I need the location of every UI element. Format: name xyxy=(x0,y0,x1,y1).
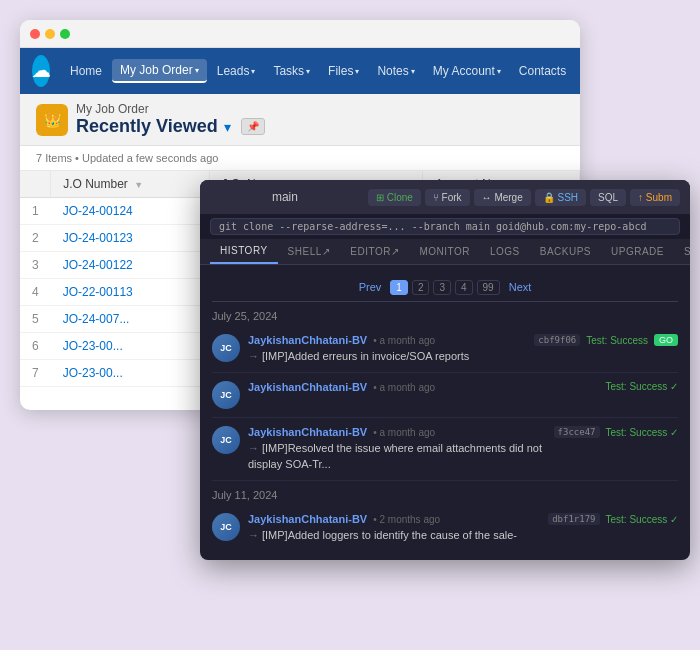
git-window: main ⊞ Clone ⑂ Fork ↔ Merge 🔒 SSH SQL ↑ … xyxy=(200,180,690,560)
minimize-dot[interactable] xyxy=(45,29,55,39)
row-num: 2 xyxy=(20,225,51,252)
arrow-icon: → xyxy=(248,442,259,454)
breadcrumb: 👑 My Job Order Recently Viewed ▾ 📌 xyxy=(20,94,580,146)
commit-hash[interactable]: cbf9f06 xyxy=(534,334,580,346)
arrow-icon: → xyxy=(248,529,259,541)
commit-info: JaykishanChhatani-BV • a month ago xyxy=(248,381,598,396)
breadcrumb-parent: My Job Order xyxy=(76,102,265,116)
page-1-button[interactable]: 1 xyxy=(390,280,408,295)
jo-number-link[interactable]: JO-23-00... xyxy=(63,339,123,353)
commit-item: JC JaykishanChhatani-BV • 2 months ago →… xyxy=(212,505,678,545)
commit-hash[interactable]: f3cce47 xyxy=(554,426,600,438)
jo-number-cell: JO-24-00124 xyxy=(51,198,210,225)
commit-header: JaykishanChhatani-BV • 2 months ago xyxy=(248,513,540,525)
commit-author[interactable]: JaykishanChhatani-BV xyxy=(248,513,367,525)
git-clone-url[interactable]: git clone --reparse-address=... --branch… xyxy=(210,218,680,235)
commit-hash[interactable]: dbf1r179 xyxy=(548,513,599,525)
tab-editor[interactable]: EDITOR↗ xyxy=(340,240,409,263)
commit-right: dbf1r179 Test: Success ✓ xyxy=(548,513,678,525)
maximize-dot[interactable] xyxy=(60,29,70,39)
commit-header: JaykishanChhatani-BV • a month ago xyxy=(248,334,526,346)
nav-item-tasks[interactable]: Tasks ▾ xyxy=(265,60,318,82)
commit-date-header: July 25, 2024 xyxy=(212,302,678,326)
nav-item-leads[interactable]: Leads ▾ xyxy=(209,60,264,82)
commit-time: • a month ago xyxy=(373,382,435,393)
commit-message: →[IMP]Resolved the issue where email att… xyxy=(248,441,546,472)
test-status-badge: Test: Success xyxy=(586,335,648,346)
page-title: Recently Viewed ▾ 📌 xyxy=(76,116,265,137)
ssh-button[interactable]: 🔒 SSH xyxy=(535,189,586,206)
chevron-icon: ▾ xyxy=(497,67,501,76)
next-page-button[interactable]: Next xyxy=(504,279,537,295)
jo-number-link[interactable]: JO-24-00124 xyxy=(63,204,133,218)
avatar-image: JC xyxy=(212,513,240,541)
pin-button[interactable]: 📌 xyxy=(241,118,265,135)
page-title-text: Recently Viewed xyxy=(76,116,218,137)
commit-author[interactable]: JaykishanChhatani-BV xyxy=(248,334,367,346)
clone-button[interactable]: ⊞ Clone xyxy=(368,189,421,206)
commit-header: JaykishanChhatani-BV • a month ago xyxy=(248,381,598,393)
git-titlebar: main ⊞ Clone ⑂ Fork ↔ Merge 🔒 SSH SQL ↑ … xyxy=(200,180,690,214)
jo-number-link[interactable]: JO-24-007... xyxy=(63,312,130,326)
page-2-button[interactable]: 2 xyxy=(412,280,430,295)
row-num: 4 xyxy=(20,279,51,306)
jo-number-link[interactable]: JO-24-00122 xyxy=(63,258,133,272)
commit-author[interactable]: JaykishanChhatani-BV xyxy=(248,381,367,393)
prev-page-button[interactable]: Prev xyxy=(354,279,387,295)
tab-backups[interactable]: BACKUPS xyxy=(530,240,601,263)
page-99-button[interactable]: 99 xyxy=(477,280,500,295)
col-jo-number[interactable]: J.O Number ▼ xyxy=(51,171,210,198)
nav-label: Tasks xyxy=(273,64,304,78)
commit-right: f3cce47 Test: Success ✓ xyxy=(554,426,678,438)
nav-label: My Job Order xyxy=(120,63,193,77)
page-3-button[interactable]: 3 xyxy=(433,280,451,295)
title-dropdown-button[interactable]: ▾ xyxy=(224,119,231,135)
nav-item-myaccount[interactable]: My Account ▾ xyxy=(425,60,509,82)
row-num: 3 xyxy=(20,252,51,279)
sql-button[interactable]: SQL xyxy=(590,189,626,206)
merge-button[interactable]: ↔ Merge xyxy=(474,189,531,206)
nav-label: Leads xyxy=(217,64,250,78)
nav-label: My Account xyxy=(433,64,495,78)
commit-right: cbf9f06 Test: Success GO xyxy=(534,334,678,346)
test-status-badge: Test: Success ✓ xyxy=(606,381,678,392)
tab-logs[interactable]: LOGS xyxy=(480,240,530,263)
avatar-image: JC xyxy=(212,426,240,454)
nav-item-notes[interactable]: Notes ▾ xyxy=(369,60,422,82)
nav-label: Files xyxy=(328,64,353,78)
page-4-button[interactable]: 4 xyxy=(455,280,473,295)
tab-settings[interactable]: SETTINGS xyxy=(674,240,690,263)
git-content: Prev 1 2 3 4 99 Next July 25, 2024 JC Ja… xyxy=(200,265,690,545)
nav-item-myjoborder[interactable]: My Job Order ▾ xyxy=(112,59,207,83)
row-num: 7 xyxy=(20,360,51,387)
commit-message: →[IMP]Added loggers to identify the caus… xyxy=(248,528,540,545)
go-badge: GO xyxy=(654,334,678,346)
git-window-title: main xyxy=(210,190,360,204)
nav-item-home[interactable]: Home xyxy=(62,60,110,82)
tab-shell[interactable]: SHELL↗ xyxy=(278,240,341,263)
avatar: JC xyxy=(212,381,240,409)
jo-number-link[interactable]: JO-24-00123 xyxy=(63,231,133,245)
row-num: 1 xyxy=(20,198,51,225)
commits-container: July 25, 2024 JC JaykishanChhatani-BV • … xyxy=(212,302,678,545)
tab-upgrade[interactable]: UPGRADE xyxy=(601,240,674,263)
test-status-badge: Test: Success ✓ xyxy=(606,427,678,438)
nav-item-files[interactable]: Files ▾ xyxy=(320,60,367,82)
commit-message: →[IMP]Added erreurs in invoice/SOA repor… xyxy=(248,349,526,364)
fork-button[interactable]: ⑂ Fork xyxy=(425,189,470,206)
jo-number-cell: JO-22-00113 xyxy=(51,279,210,306)
jo-number-link[interactable]: JO-23-00... xyxy=(63,366,123,380)
tab-monitor[interactable]: MONITOR xyxy=(409,240,480,263)
close-dot[interactable] xyxy=(30,29,40,39)
tab-history[interactable]: HISTORY xyxy=(210,239,278,264)
jo-number-link[interactable]: JO-22-00113 xyxy=(63,285,133,299)
chevron-icon: ▾ xyxy=(195,66,199,75)
nav-item-contacts[interactable]: Contacts xyxy=(511,60,574,82)
git-action-buttons: ⊞ Clone ⑂ Fork ↔ Merge 🔒 SSH SQL ↑ Subm xyxy=(368,189,680,206)
row-num: 5 xyxy=(20,306,51,333)
submit-button[interactable]: ↑ Subm xyxy=(630,189,680,206)
sort-icon: ▼ xyxy=(134,180,143,190)
commit-info: JaykishanChhatani-BV • a month ago →[IMP… xyxy=(248,426,546,472)
sf-titlebar xyxy=(20,20,580,48)
commit-author[interactable]: JaykishanChhatani-BV xyxy=(248,426,367,438)
